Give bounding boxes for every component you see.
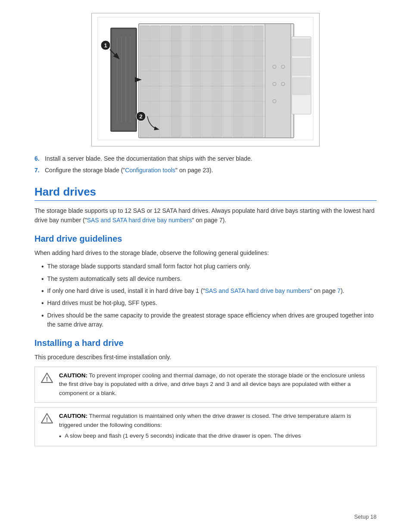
svg-rect-19	[223, 26, 232, 137]
svg-text:2: 2	[139, 113, 142, 120]
svg-rect-20	[233, 26, 243, 137]
installing-intro: This procedure describes first-time inst…	[34, 352, 377, 362]
step-6: 6. Install a server blade. See the docum…	[34, 154, 377, 163]
guideline-1: The storage blade supports standard smal…	[41, 262, 377, 271]
step-7-number: 7.	[34, 166, 41, 175]
sas-sata-link-1[interactable]: SAS and SATA hard drive bay numbers	[87, 217, 192, 224]
caution-text-2: CAUTION: Thermal regulation is maintaine…	[59, 412, 370, 442]
caution-2-sub-bullets: A slow beep and flash (1 every 5 seconds…	[59, 432, 370, 441]
svg-rect-18	[212, 26, 222, 137]
guideline-5: Drives should be the same capacity to pr…	[41, 311, 377, 330]
svg-rect-17	[202, 26, 212, 137]
step-6-number: 6.	[34, 154, 41, 163]
svg-text:!: !	[46, 416, 48, 423]
svg-rect-14	[171, 26, 181, 137]
svg-rect-41	[293, 78, 310, 95]
caution-text-1: CAUTION: To prevent improper cooling and…	[59, 371, 370, 398]
caution-box-1: ! CAUTION: To prevent improper cooling a…	[34, 367, 377, 403]
hard-drives-title: Hard drives	[34, 185, 377, 201]
svg-rect-16	[192, 26, 201, 137]
svg-rect-40	[293, 58, 310, 75]
step-6-text: Install a server blade. See the document…	[45, 154, 252, 163]
configuration-tools-link[interactable]: Configuration tools	[125, 167, 175, 174]
svg-text:1: 1	[104, 42, 107, 49]
guideline-2: The system automatically sets all device…	[41, 274, 377, 284]
server-blade-diagram: 1	[93, 15, 318, 144]
caution-icon-2: !	[41, 413, 53, 425]
caution-icon-1: !	[41, 372, 53, 385]
guidelines-intro: When adding hard drives to the storage b…	[34, 248, 377, 258]
sas-sata-link-2[interactable]: SAS and SATA hard drive bay numbers	[205, 287, 310, 294]
svg-rect-21	[243, 26, 253, 137]
installing-title: Installing a hard drive	[34, 338, 377, 348]
svg-rect-39	[293, 39, 310, 56]
page: 1	[0, 0, 411, 532]
diagram-container: 1	[34, 13, 377, 146]
guidelines-title: Hard drive guidelines	[34, 234, 377, 244]
diagram-box: 1	[91, 13, 320, 146]
page-7-link[interactable]: 7	[337, 287, 341, 294]
sub-bullet-1: A slow beep and flash (1 every 5 seconds…	[59, 432, 370, 441]
svg-rect-12	[150, 26, 160, 137]
svg-rect-15	[181, 26, 191, 137]
guidelines-list: The storage blade supports standard smal…	[41, 262, 377, 330]
footer: Setup 18	[354, 513, 377, 520]
svg-rect-29	[265, 24, 291, 138]
svg-rect-2	[112, 29, 136, 131]
hard-drives-body: The storage blade supports up to 12 SAS …	[34, 206, 377, 225]
svg-rect-22	[254, 26, 263, 137]
caution-box-2: ! CAUTION: Thermal regulation is maintai…	[34, 407, 377, 446]
svg-rect-13	[161, 26, 170, 137]
guideline-3: If only one hard drive is used, install …	[41, 286, 377, 296]
step-7: 7. Configure the storage blade ("Configu…	[34, 166, 377, 175]
numbered-steps: 6. Install a server blade. See the docum…	[34, 154, 377, 175]
step-7-text: Configure the storage blade ("Configurat…	[45, 166, 213, 175]
svg-text:!: !	[46, 376, 48, 383]
guideline-4: Hard drives must be hot-plug, SFF types.	[41, 299, 377, 308]
